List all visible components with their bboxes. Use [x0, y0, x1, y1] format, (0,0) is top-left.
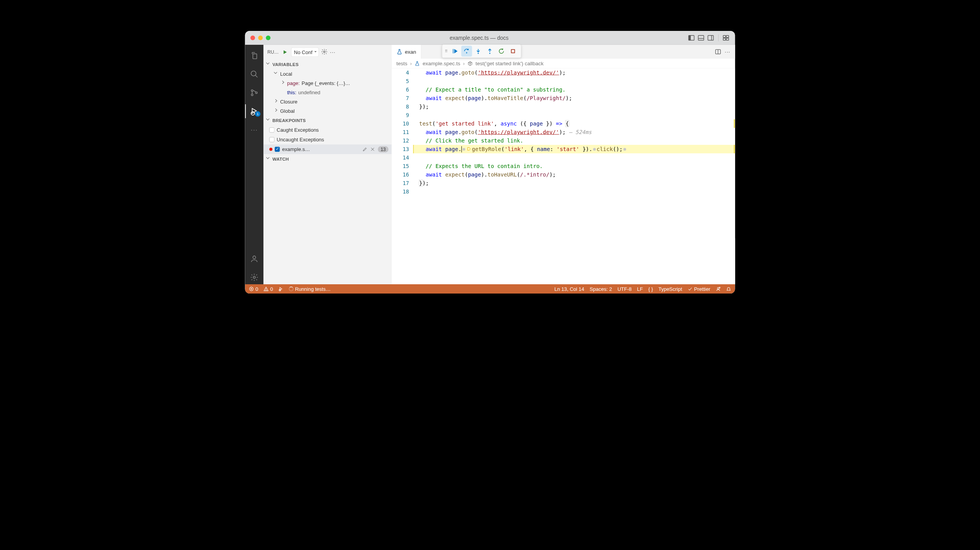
- code-line-9[interactable]: [413, 111, 735, 119]
- breakpoints-section-header[interactable]: BREAKPOINTS: [264, 115, 392, 125]
- gutter[interactable]: 4 5 6 7 8 9 10 11 12 13 14 15 16 17 18: [392, 68, 413, 284]
- step-over-button[interactable]: [461, 46, 472, 57]
- status-running-tests[interactable]: Running tests…: [289, 286, 331, 292]
- code-line-5[interactable]: [413, 77, 735, 85]
- source-control-tab[interactable]: [245, 86, 264, 100]
- code-line-13[interactable]: await page.getByRole('link', { name: 'st…: [413, 145, 735, 153]
- line-number[interactable]: 4: [392, 68, 409, 77]
- status-errors[interactable]: 0: [249, 286, 258, 292]
- line-number[interactable]: 16: [392, 170, 409, 179]
- line-number[interactable]: 9: [392, 111, 409, 119]
- step-into-button[interactable]: [473, 46, 484, 57]
- code-line-4[interactable]: await page.goto('https://playwright.dev/…: [413, 68, 735, 77]
- code-line-6[interactable]: // Expect a title "to contain" a substri…: [413, 85, 735, 94]
- inline-breakpoint-icon[interactable]: [467, 145, 471, 154]
- svg-point-22: [253, 256, 256, 259]
- step-out-button[interactable]: [485, 46, 495, 57]
- variable-this[interactable]: this: undefined: [264, 88, 392, 97]
- edit-icon[interactable]: [363, 147, 368, 152]
- code-line-11[interactable]: await page.goto('https://playwright.dev/…: [413, 128, 735, 136]
- window-maximize-button[interactable]: [266, 36, 271, 40]
- line-number[interactable]: 14: [392, 153, 409, 162]
- customize-layout-icon[interactable]: [722, 34, 730, 41]
- code-content[interactable]: await page.goto('https://playwright.dev/…: [413, 68, 735, 284]
- line-number[interactable]: 7: [392, 94, 409, 102]
- variables-section-header[interactable]: VARIABLES: [264, 59, 392, 69]
- status-debug-target[interactable]: [278, 287, 283, 292]
- code-line-10[interactable]: test('get started link', async ({ page }…: [413, 119, 735, 128]
- editor-tab[interactable]: exan: [392, 45, 421, 59]
- debug-more-actions[interactable]: ···: [330, 49, 336, 55]
- breakpoint-file-entry[interactable]: example.s… 13: [264, 144, 392, 154]
- status-indentation[interactable]: Spaces: 2: [590, 286, 612, 292]
- line-number[interactable]: 13: [392, 145, 409, 153]
- settings-button[interactable]: [245, 270, 264, 284]
- explorer-tab[interactable]: [245, 49, 264, 63]
- breadcrumb-symbol[interactable]: test('get started link') callback: [476, 61, 544, 67]
- line-number[interactable]: 15: [392, 162, 409, 170]
- breakpoint-caught-exceptions[interactable]: Caught Exceptions: [264, 125, 392, 135]
- toggle-secondary-sidebar-icon[interactable]: [707, 34, 714, 41]
- line-number[interactable]: 8: [392, 102, 409, 111]
- testing-flask-icon: [397, 49, 403, 55]
- testing-flask-icon: [415, 61, 420, 66]
- close-icon[interactable]: [370, 147, 375, 152]
- split-editor-icon[interactable]: [715, 49, 721, 55]
- status-prettier[interactable]: Prettier: [688, 286, 710, 292]
- code-line-8[interactable]: });: [413, 102, 735, 111]
- more-actions-button[interactable]: ···: [725, 49, 731, 55]
- line-number[interactable]: 10: [392, 119, 409, 128]
- scope-local[interactable]: Local: [264, 69, 392, 78]
- breadcrumb-file[interactable]: example.spec.ts: [423, 61, 461, 67]
- window-close-button[interactable]: [251, 36, 255, 40]
- drag-handle-icon[interactable]: ⠿: [445, 49, 449, 54]
- code-line-12[interactable]: // Click the get started link.: [413, 136, 735, 145]
- var-page-value: Page {_events: {…}…: [302, 80, 350, 86]
- toggle-primary-sidebar-icon[interactable]: [688, 34, 695, 41]
- breadcrumb-folder[interactable]: tests: [397, 61, 408, 67]
- checkbox[interactable]: [270, 137, 275, 142]
- toggle-panel-icon[interactable]: [697, 34, 705, 41]
- open-launch-json-button[interactable]: [321, 49, 328, 56]
- stop-button[interactable]: [508, 46, 519, 57]
- checkbox[interactable]: [270, 127, 275, 132]
- restart-button[interactable]: [496, 46, 507, 57]
- code-line-18[interactable]: [413, 187, 735, 196]
- code-line-16[interactable]: await expect(page).toHaveURL(/.*intro/);: [413, 170, 735, 179]
- code-editor[interactable]: 4 5 6 7 8 9 10 11 12 13 14 15 16 17 18: [392, 68, 735, 284]
- code-line-14[interactable]: [413, 153, 735, 162]
- breadcrumb[interactable]: tests › example.spec.ts › test('get star…: [392, 59, 735, 68]
- variable-page[interactable]: page: Page {_events: {…}…: [264, 78, 392, 88]
- line-number[interactable]: 17: [392, 179, 409, 187]
- window-minimize-button[interactable]: [258, 36, 263, 40]
- scope-global[interactable]: Global: [264, 106, 392, 115]
- run-debug-tab[interactable]: 1: [245, 104, 264, 118]
- line-number[interactable]: 12: [392, 136, 409, 145]
- breakpoint-uncaught-exceptions[interactable]: Uncaught Exceptions: [264, 135, 392, 144]
- code-line-7[interactable]: await expect(page).toHaveTitle(/Playwrig…: [413, 94, 735, 102]
- watch-section-header[interactable]: WATCH: [264, 154, 392, 164]
- debug-toolbar[interactable]: ⠿: [442, 44, 522, 58]
- line-number[interactable]: 18: [392, 187, 409, 196]
- status-encoding[interactable]: UTF-8: [617, 286, 632, 292]
- line-number[interactable]: 6: [392, 85, 409, 94]
- status-warnings[interactable]: 0: [264, 286, 273, 292]
- status-language[interactable]: TypeScript: [658, 286, 682, 292]
- line-number[interactable]: 11: [392, 128, 409, 136]
- start-debugging-button[interactable]: [281, 48, 289, 56]
- checkbox[interactable]: [275, 147, 280, 152]
- scope-closure[interactable]: Closure: [264, 97, 392, 106]
- status-eol[interactable]: LF: [637, 286, 643, 292]
- search-tab[interactable]: [245, 67, 264, 81]
- more-views-button[interactable]: ···: [245, 123, 264, 137]
- status-feedback[interactable]: [716, 287, 721, 292]
- continue-button[interactable]: [450, 46, 461, 57]
- status-notifications[interactable]: [726, 287, 731, 292]
- config-dropdown[interactable]: No Conf: [291, 48, 319, 57]
- status-cursor-position[interactable]: Ln 13, Col 14: [554, 286, 584, 292]
- status-language-braces[interactable]: { }: [648, 286, 653, 292]
- code-line-17[interactable]: });: [413, 179, 735, 187]
- code-line-15[interactable]: // Expects the URL to contain intro.: [413, 162, 735, 170]
- accounts-button[interactable]: [245, 252, 264, 266]
- line-number[interactable]: 5: [392, 77, 409, 85]
